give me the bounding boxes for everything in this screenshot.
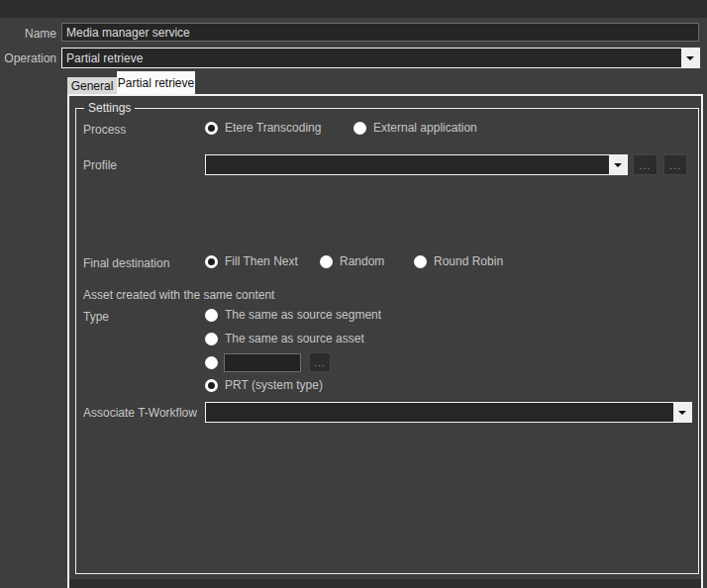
radio-icon [354, 122, 366, 135]
top-band [0, 0, 707, 18]
settings-group: Settings Process Etere Transcoding Exter… [75, 102, 699, 574]
profile-dropdown-button[interactable] [609, 155, 627, 174]
settings-group-border [75, 108, 699, 574]
radio-round-robin[interactable]: Round Robin [414, 254, 503, 268]
radio-icon [205, 356, 218, 369]
radio-icon [205, 379, 218, 392]
final-destination-label: Final destination [83, 256, 169, 270]
tab-page-partial-retrieve: Settings Process Etere Transcoding Exter… [67, 94, 703, 588]
associate-workflow-dropdown-button[interactable] [673, 403, 691, 422]
radio-same-as-source-asset[interactable]: The same as source asset [205, 332, 364, 345]
radio-icon [205, 255, 218, 268]
name-field[interactable] [61, 23, 699, 42]
profile-value [206, 155, 609, 174]
associate-workflow-select[interactable] [205, 402, 692, 423]
radio-icon [414, 255, 427, 268]
profile-browse-button-1[interactable]: ... [633, 154, 657, 175]
radio-label: Fill Then Next [225, 254, 298, 268]
tab-general-label: General [71, 79, 114, 93]
radio-random[interactable]: Random [320, 254, 384, 268]
asset-note: Asset created with the same content [83, 288, 274, 302]
radio-label: The same as source asset [225, 332, 364, 345]
radio-etere-transcoding[interactable]: Etere Transcoding [205, 121, 321, 135]
media-manager-dialog: { "colors": { "background": "#3e3e3e", "… [0, 0, 707, 588]
radio-label: PRT (system type) [225, 378, 323, 392]
radio-label: Random [340, 254, 384, 268]
type-label: Type [83, 310, 109, 324]
custom-type-field[interactable] [224, 353, 301, 372]
chevron-down-icon [678, 411, 686, 415]
profile-select[interactable] [205, 154, 628, 175]
tab-general[interactable]: General [67, 77, 117, 94]
radio-icon [320, 255, 333, 268]
tab-partial-retrieve-label: Partial retrieve [118, 76, 194, 90]
profile-browse-button-2[interactable]: ... [663, 154, 687, 175]
name-label: Name [0, 27, 56, 41]
settings-group-label: Settings [84, 102, 135, 115]
operation-select[interactable]: Partial retrieve [61, 48, 700, 68]
process-label: Process [83, 123, 126, 137]
chevron-down-icon [686, 56, 694, 60]
radio-label: External application [373, 121, 477, 135]
operation-value: Partial retrieve [62, 49, 681, 67]
radio-icon [205, 309, 218, 322]
radio-icon [205, 122, 218, 135]
radio-label: Round Robin [434, 254, 503, 268]
tab-partial-retrieve[interactable]: Partial retrieve [117, 71, 195, 94]
radio-label: Etere Transcoding [225, 121, 321, 135]
profile-label: Profile [83, 158, 117, 172]
associate-workflow-label: Associate T-Workflow [83, 406, 197, 420]
radio-same-as-source-segment[interactable]: The same as source segment [205, 308, 381, 322]
operation-dropdown-button[interactable] [681, 49, 699, 67]
radio-external-application[interactable]: External application [354, 121, 477, 135]
custom-type-browse-button[interactable]: ... [309, 352, 331, 372]
radio-fill-then-next[interactable]: Fill Then Next [205, 254, 298, 268]
radio-prt-system-type[interactable]: PRT (system type) [205, 378, 323, 392]
radio-label: The same as source segment [225, 308, 381, 322]
operation-label: Operation [0, 51, 56, 65]
bottom-band [69, 579, 701, 588]
associate-workflow-value [206, 403, 673, 422]
chevron-down-icon [614, 163, 622, 167]
radio-icon [205, 333, 218, 345]
radio-custom-type[interactable]: ... [205, 352, 331, 372]
